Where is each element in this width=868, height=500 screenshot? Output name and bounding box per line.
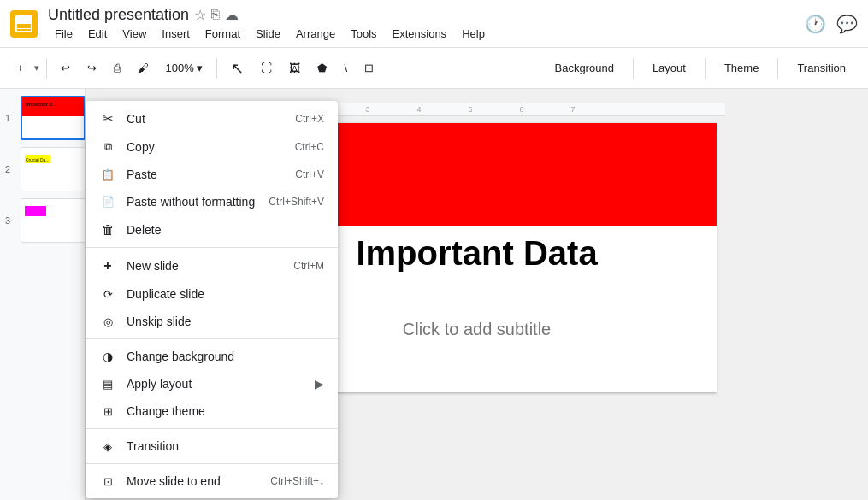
shapes-tool[interactable]: ⬟ — [310, 58, 334, 78]
menu-item-tools[interactable]: Tools — [344, 26, 383, 42]
unskip-icon: ◎ — [99, 315, 116, 328]
ctx-transition[interactable]: ◈ Transition — [86, 432, 338, 460]
background-button[interactable]: Background — [542, 56, 625, 79]
ruler-tick-7: 7 — [571, 105, 576, 114]
slide-thumb-1[interactable]: 1 Important D... — [21, 96, 78, 140]
menu-item-insert[interactable]: Insert — [155, 26, 197, 42]
move-end-icon: ⊡ — [99, 475, 116, 488]
layout-button[interactable]: Layout — [641, 56, 698, 79]
ctx-copy[interactable]: ⧉ Copy Ctrl+C — [86, 133, 338, 161]
change-bg-icon: ◑ — [99, 350, 116, 363]
ctx-apply-layout[interactable]: ▤ Apply layout ▶ — [86, 370, 338, 397]
duplicate-icon: ⟳ — [99, 288, 116, 301]
new-slide-icon: + — [99, 258, 116, 274]
zoom-button[interactable]: 100% ▾ — [159, 58, 210, 78]
ctx-paste-unformatted-label: Paste without formatting — [127, 195, 269, 209]
ctx-change-theme-label: Change theme — [127, 404, 324, 418]
toolbar: + ▾ ↩ ↪ ⎙ 🖌 100% ▾ ↖ ⛶ 🖼 ⬟ \ ⊡ Backgroun… — [0, 48, 868, 89]
ctx-apply-layout-label: Apply layout — [127, 377, 315, 391]
menu-item-edit[interactable]: Edit — [81, 26, 114, 42]
ctx-divider-3 — [86, 428, 338, 429]
copy-icon: ⧉ — [99, 140, 116, 154]
ctx-change-bg-label: Change background — [127, 350, 324, 363]
slide-inner-2: Crucial Da... — [21, 147, 86, 191]
toolbar-separator-2 — [216, 58, 217, 79]
slide-num-1: 1 — [5, 113, 10, 123]
ctx-delete[interactable]: 🗑 Delete — [86, 215, 338, 244]
slide-inner-3 — [21, 198, 86, 243]
ruler-tick-6: 6 — [520, 105, 524, 114]
ctx-paste-unformatted[interactable]: 📄 Paste without formatting Ctrl+Shift+V — [86, 188, 338, 215]
ctx-change-background[interactable]: ◑ Change background — [86, 343, 338, 370]
comments-icon[interactable]: 💬 — [836, 14, 858, 34]
ctx-divider-2 — [86, 338, 338, 339]
undo-button[interactable]: ↩ — [54, 58, 77, 78]
folder-icon[interactable]: ⎘ — [211, 7, 220, 23]
menu-item-slide[interactable]: Slide — [249, 26, 287, 42]
slide-thumb-2[interactable]: 2 Crucial Da... — [21, 147, 78, 191]
ctx-copy-shortcut: Ctrl+C — [295, 141, 324, 153]
paste-unformatted-icon: 📄 — [99, 196, 116, 208]
redo-button[interactable]: ↪ — [80, 58, 103, 78]
theme-button[interactable]: Theme — [712, 56, 771, 79]
textbox-tool[interactable]: ⊡ — [357, 58, 381, 78]
image-tool[interactable]: 🖼 — [282, 58, 307, 78]
star-icon[interactable]: ☆ — [194, 7, 206, 23]
title-icons: ☆ ⎘ ☁ — [194, 7, 239, 23]
add-button[interactable]: + — [10, 58, 31, 78]
ctx-delete-label: Delete — [127, 223, 324, 237]
ctx-new-slide-shortcut: Ctrl+M — [293, 260, 324, 272]
slide-thumb-3[interactable]: 3 — [21, 198, 78, 243]
slide-panel: 1 Important D... 2 Crucial Da... 3 — [0, 89, 86, 500]
ctx-duplicate-slide[interactable]: ⟳ Duplicate slide — [86, 280, 338, 308]
ctx-move-end-shortcut: Ctrl+Shift+↓ — [270, 475, 324, 487]
menu-item-arrange[interactable]: Arrange — [289, 26, 342, 42]
ctx-change-theme[interactable]: ⊞ Change theme — [86, 397, 338, 425]
paint-format-button[interactable]: 🖌 — [131, 58, 156, 78]
ctx-copy-label: Copy — [127, 140, 295, 154]
ctx-paste-shortcut: Ctrl+V — [295, 168, 324, 180]
ctx-new-slide-label: New slide — [127, 259, 293, 273]
slide3-magenta-block — [25, 206, 46, 216]
ctx-new-slide[interactable]: + New slide Ctrl+M — [86, 251, 338, 280]
transition-icon: ◈ — [99, 440, 116, 453]
slide-inner-1: Important D... — [21, 96, 86, 140]
print-button[interactable]: ⎙ — [107, 58, 127, 78]
cloud-icon[interactable]: ☁ — [225, 7, 239, 23]
ctx-paste-unformatted-shortcut: Ctrl+Shift+V — [269, 196, 324, 208]
ctx-cut-shortcut: Ctrl+X — [295, 113, 324, 125]
delete-icon: 🗑 — [99, 222, 116, 237]
ctx-cut-label: Cut — [127, 112, 295, 126]
slide1-label: Important D... — [26, 102, 56, 107]
ctx-unskip-slide[interactable]: ◎ Unskip slide — [86, 308, 338, 335]
change-theme-icon: ⊞ — [99, 405, 116, 418]
select-tool[interactable]: ↖ — [224, 56, 251, 81]
menu-item-help[interactable]: Help — [455, 26, 492, 42]
ruler-tick-3: 3 — [366, 105, 370, 114]
resize-tool[interactable]: ⛶ — [254, 58, 279, 78]
title-area: Untitled presentation ☆ ⎘ ☁ FileEditView… — [48, 6, 492, 42]
ctx-transition-label: Transition — [127, 439, 324, 453]
slide-num-2: 2 — [5, 164, 10, 174]
ctx-move-end-label: Move slide to end — [127, 474, 270, 488]
menu-item-view[interactable]: View — [115, 26, 153, 42]
menu-item-file[interactable]: File — [48, 26, 80, 42]
slide2-label: Crucial Da... — [26, 157, 50, 162]
ctx-unskip-label: Unskip slide — [127, 315, 324, 328]
paste-icon: 📋 — [99, 168, 116, 181]
transition-button[interactable]: Transition — [785, 56, 858, 79]
history-icon[interactable]: 🕐 — [805, 14, 826, 34]
ctx-duplicate-label: Duplicate slide — [127, 287, 324, 301]
menu-item-format[interactable]: Format — [198, 26, 247, 42]
apply-layout-icon: ▤ — [99, 378, 116, 391]
toolbar-separator-1 — [46, 58, 47, 79]
menu-item-extensions[interactable]: Extensions — [386, 26, 454, 42]
title-row: Untitled presentation ☆ ⎘ ☁ — [48, 6, 492, 24]
cut-icon: ✂ — [99, 111, 116, 126]
ctx-move-slide-end[interactable]: ⊡ Move slide to end Ctrl+Shift+↓ — [86, 468, 338, 495]
ctx-cut[interactable]: ✂ Cut Ctrl+X — [86, 104, 338, 133]
ctx-paste[interactable]: 📋 Paste Ctrl+V — [86, 161, 338, 188]
app-logo-icon — [15, 15, 32, 32]
line-tool[interactable]: \ — [337, 58, 354, 78]
presentation-title[interactable]: Untitled presentation — [48, 6, 189, 24]
